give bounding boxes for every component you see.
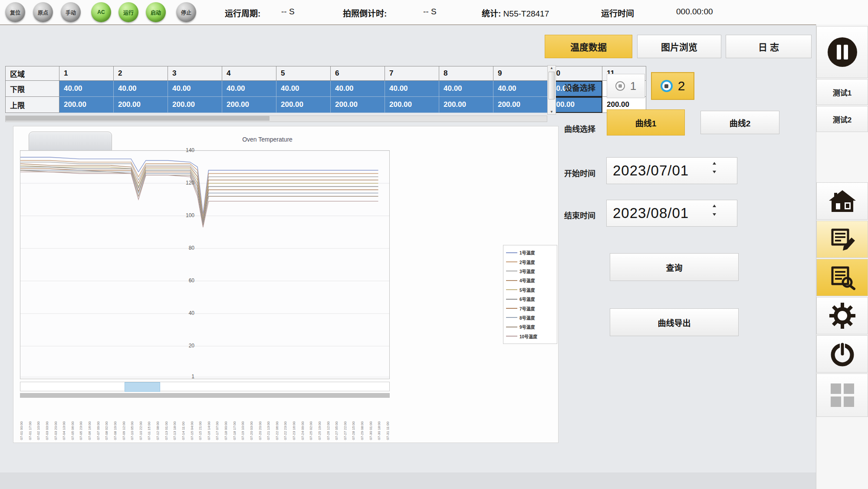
scroll-down-icon[interactable]: ▼ bbox=[550, 110, 553, 114]
table-cell[interactable]: 40.00 bbox=[276, 81, 331, 97]
x-tick-label: 07-05 06:00 bbox=[71, 400, 75, 440]
document-edit-icon bbox=[829, 227, 856, 251]
pause-button[interactable] bbox=[816, 26, 868, 78]
legend-label: 8号温度 bbox=[519, 314, 535, 321]
run-cycle-value: -- S bbox=[281, 7, 295, 17]
button-label: 测试1 bbox=[833, 87, 852, 98]
table-cell[interactable]: 40.00 bbox=[385, 81, 439, 97]
button-label: 手动 bbox=[66, 9, 76, 16]
legend-item: 3号温度 bbox=[506, 268, 554, 274]
spinner-up-icon[interactable] bbox=[713, 162, 716, 165]
query-record-button[interactable] bbox=[816, 259, 868, 296]
x-tick-label: 07-20 03:00 bbox=[250, 400, 253, 440]
button-label: 曲线2 bbox=[730, 117, 751, 129]
curve-2-button[interactable]: 曲线2 bbox=[700, 111, 779, 134]
legend-item: 1号温度 bbox=[506, 249, 554, 256]
reset-button[interactable]: 复位 bbox=[5, 2, 25, 22]
table-cell[interactable]: 40.00 bbox=[331, 81, 385, 97]
table-column-header: 6 bbox=[331, 66, 385, 81]
table-column-header: 3 bbox=[168, 66, 222, 81]
settings-button[interactable] bbox=[816, 297, 868, 334]
legend-label: 9号温度 bbox=[519, 324, 535, 330]
end-date-input[interactable]: 2023/08/01 bbox=[606, 200, 737, 227]
table-cell[interactable]: 200.00 bbox=[168, 97, 222, 113]
legend-line-swatch bbox=[506, 336, 517, 337]
table-cell[interactable]: 40.00 bbox=[114, 81, 168, 97]
run-button[interactable]: 运行 bbox=[118, 2, 138, 22]
spinner-down-icon[interactable] bbox=[713, 213, 716, 216]
table-cell[interactable]: 200.00 bbox=[331, 97, 385, 113]
grid-menu-button[interactable] bbox=[816, 373, 868, 417]
x-tick-label: 07-13 01:00 bbox=[165, 400, 168, 440]
x-tick-label: 07-25 19:00 bbox=[318, 400, 322, 440]
spinner-down-icon[interactable] bbox=[713, 171, 716, 173]
temperature-plot[interactable] bbox=[20, 150, 390, 379]
query-button[interactable]: 查询 bbox=[610, 253, 739, 281]
table-horizontal-scrollbar[interactable] bbox=[5, 116, 547, 122]
tab-image-browse[interactable]: 图片浏览 bbox=[637, 35, 721, 58]
photo-countdown-value: -- S bbox=[423, 7, 437, 17]
manual-button[interactable]: 手动 bbox=[61, 2, 81, 22]
machine-id: N55-T28417 bbox=[503, 9, 549, 18]
y-tick-label: 20 bbox=[177, 343, 194, 349]
tab-label: 温度数据 bbox=[570, 40, 607, 53]
legend-line-swatch bbox=[506, 317, 517, 318]
x-tick-label: 07-06 16:00 bbox=[88, 400, 92, 440]
table-cell[interactable]: 40.00 bbox=[59, 81, 114, 97]
test1-button[interactable]: 测试1 bbox=[816, 79, 868, 105]
export-curve-button[interactable]: 曲线导出 bbox=[610, 308, 739, 336]
tab-label: 日 志 bbox=[758, 40, 779, 53]
x-tick-label: 07-11 15:00 bbox=[148, 400, 151, 440]
curve-1-button[interactable]: 曲线1 bbox=[607, 109, 685, 135]
end-date-value: 2023/08/01 bbox=[607, 205, 689, 221]
ac-button[interactable]: AC bbox=[91, 2, 111, 22]
table-cell[interactable]: 200.00 bbox=[493, 97, 548, 113]
tab-temperature-data[interactable]: 温度数据 bbox=[545, 35, 632, 58]
start-date-input[interactable]: 2023/07/01 bbox=[606, 157, 737, 184]
table-cell[interactable]: 40.00 bbox=[493, 81, 548, 97]
table-cell[interactable]: 40.00 bbox=[222, 81, 276, 97]
table-column-header: 7 bbox=[385, 66, 439, 81]
gear-icon bbox=[829, 303, 855, 329]
run-cycle-label: 运行周期: bbox=[225, 7, 260, 19]
table-cell[interactable]: 200.00 bbox=[385, 97, 439, 113]
tab-log[interactable]: 日 志 bbox=[726, 35, 812, 58]
grid-icon bbox=[829, 382, 856, 409]
radio-label: 1 bbox=[630, 79, 636, 93]
table-cell[interactable]: 200.00 bbox=[439, 97, 493, 113]
scrollbar-thumb[interactable] bbox=[549, 72, 555, 99]
power-button[interactable] bbox=[816, 335, 868, 373]
stop-button[interactable]: 停止 bbox=[176, 2, 196, 22]
device-1-radio[interactable]: 1 bbox=[607, 74, 645, 98]
home-button[interactable] bbox=[816, 182, 868, 220]
edit-record-button[interactable] bbox=[816, 221, 868, 258]
date-spinner[interactable] bbox=[713, 205, 716, 216]
scroll-up-icon[interactable]: ▲ bbox=[550, 66, 553, 70]
x-tick-label: 07-30 18:00 bbox=[378, 400, 381, 440]
x-tick-label: 07-15 21:00 bbox=[199, 400, 202, 440]
table-cell[interactable]: 200.00 bbox=[276, 97, 331, 113]
legend-item: 4号温度 bbox=[506, 277, 554, 284]
table-vertical-scrollbar[interactable]: ▲ ▼ bbox=[547, 65, 556, 115]
scrollbar-thumb[interactable] bbox=[6, 116, 270, 121]
button-label: 复位 bbox=[10, 9, 20, 16]
table-cell[interactable]: 200.00 bbox=[59, 97, 114, 113]
table-cell[interactable]: 200.00 bbox=[222, 97, 276, 113]
photo-countdown-label: 拍照倒计时: bbox=[343, 7, 387, 19]
table-cell[interactable]: 40.00 bbox=[168, 81, 222, 97]
date-spinner[interactable] bbox=[713, 162, 716, 173]
start-time-label: 开始时间 bbox=[564, 167, 595, 178]
y-tick-label: 100 bbox=[177, 212, 194, 218]
test2-button[interactable]: 测试2 bbox=[816, 106, 868, 132]
chart-range-scrollbar[interactable] bbox=[20, 382, 390, 391]
spinner-up-icon[interactable] bbox=[713, 205, 716, 207]
table-row-label: 下限 bbox=[6, 81, 59, 97]
legend-label: 4号温度 bbox=[519, 277, 535, 284]
range-thumb[interactable] bbox=[125, 382, 160, 392]
radio-icon bbox=[615, 81, 625, 91]
table-cell[interactable]: 200.00 bbox=[114, 97, 168, 113]
device-2-radio[interactable]: 2 bbox=[651, 72, 694, 100]
origin-button[interactable]: 原点 bbox=[33, 2, 53, 22]
table-cell[interactable]: 40.00 bbox=[439, 81, 493, 97]
start-button[interactable]: 启动 bbox=[146, 2, 166, 22]
